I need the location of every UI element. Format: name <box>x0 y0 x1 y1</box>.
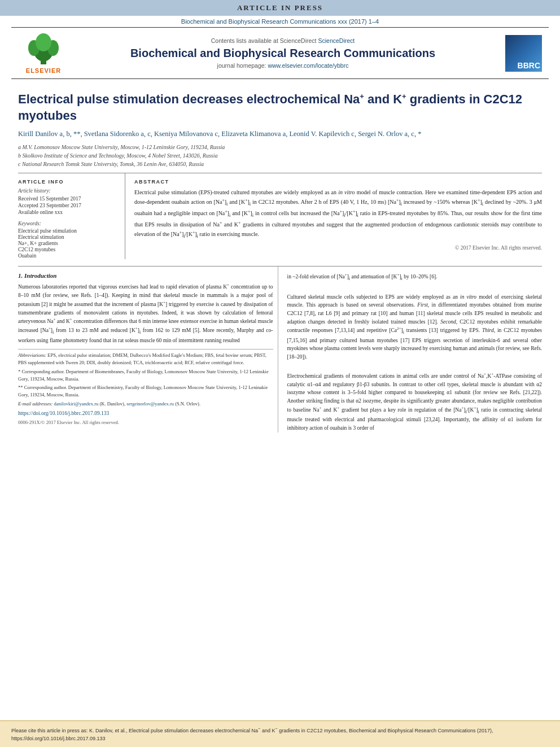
footnotes: Abbreviations: EPS, electrical pulse sti… <box>18 349 273 426</box>
available-date: Available online xxx <box>18 209 119 215</box>
corresponding1-text: * Corresponding author. Department of Bi… <box>18 369 269 382</box>
corresponding2-text: ** Corresponding author. Department of B… <box>18 385 268 397</box>
email2-link[interactable]: sergeinorlov@yandex.ru <box>126 401 174 407</box>
abstract-col: ABSTRACT Electrical pulse stimulation (E… <box>134 173 542 259</box>
intro-para-right2: Cultured skeletal muscle cells subjected… <box>287 293 542 361</box>
homepage-label: journal homepage: <box>217 62 266 69</box>
title-sup1: + <box>360 92 364 101</box>
intro-para1: Numerous laboratories reported that vigo… <box>18 282 273 344</box>
doi-link[interactable]: https://doi.org/10.1016/j.bbrc.2017.09.1… <box>18 410 109 416</box>
elsevier-tree-icon <box>24 32 63 66</box>
affiliation-c: c National Research Tomsk State Universi… <box>18 160 542 168</box>
bbrc-logo-box: BBRC <box>505 35 542 72</box>
email-label: E-mail addresses: <box>18 401 53 407</box>
body-right-col: in ~2-fold elevation of [Na+]i and atten… <box>287 267 542 432</box>
bottom-citation-bar: Please cite this article in press as: K.… <box>0 720 560 747</box>
title-text: Electrical pulse stimulation decreases e… <box>18 92 360 106</box>
history-label: Article history: <box>18 188 119 194</box>
journal-ref-text: Biochemical and Biophysical Research Com… <box>181 18 379 25</box>
bbrc-logo-text: BBRC <box>518 61 540 70</box>
abbrev-footnote: Abbreviations: EPS, electrical pulse sti… <box>18 352 273 366</box>
keyword-3: Na+, K+ gradients <box>18 241 119 246</box>
title-sup2: + <box>402 92 406 101</box>
issn-line: 0006-291X/© 2017 Elsevier Inc. All right… <box>18 419 273 426</box>
body-left-col: 1. Introduction Numerous laboratories re… <box>18 267 278 432</box>
journal-title: Biochemical and Biophysical Research Com… <box>69 46 497 60</box>
keyword-1: Electrical pulse stimulation <box>18 228 119 234</box>
body-content: 1. Introduction Numerous laboratories re… <box>18 266 542 432</box>
email2-name: (S.N. Orlov). <box>175 401 200 407</box>
elsevier-label: ELSEVIER <box>26 67 61 74</box>
abbrev-text: EPS, electrical pulse stimulation; DMEM,… <box>18 352 266 365</box>
keyword-4: C2C12 myotubes <box>18 247 119 252</box>
copyright-line: © 2017 Elsevier Inc. All rights reserved… <box>134 245 542 251</box>
intro-para-right3: Electrochemical gradients of monovalent … <box>287 372 542 433</box>
journal-homepage: journal homepage: www.elsevier.com/locat… <box>69 62 497 69</box>
bbrc-logo: BBRC <box>497 35 542 72</box>
elsevier-logo: ELSEVIER <box>18 32 69 74</box>
affiliations: a M.V. Lomonosov Moscow State University… <box>18 143 542 168</box>
intro-heading: 1. Introduction <box>18 272 273 279</box>
journal-ref-line: Biochemical and Biophysical Research Com… <box>0 16 560 26</box>
corresponding2-footnote: ** Corresponding author. Department of B… <box>18 384 273 399</box>
article-info-label: ARTICLE INFO <box>18 179 119 185</box>
intro-para-right1: in ~2-fold elevation of [Na+]i and atten… <box>287 272 542 282</box>
abstract-text: Electrical pulse stimulation (EPS)-treat… <box>134 188 542 241</box>
keyword-2: Electrical stimulation <box>18 234 119 240</box>
keyword-5: Ouabain <box>18 253 119 259</box>
title-mid: and K <box>364 92 402 106</box>
abstract-label: ABSTRACT <box>134 179 542 185</box>
banner-text: ARTICLE IN PRESS <box>237 3 323 12</box>
journal-center: Contents lists available at ScienceDirec… <box>69 37 497 69</box>
science-direct-text: Contents lists available at ScienceDirec… <box>211 37 317 44</box>
email-footnote: E-mail addresses: danilovkiri@yandex.ru … <box>18 400 273 408</box>
science-direct-line: Contents lists available at ScienceDirec… <box>69 37 497 44</box>
received-date: Received 15 September 2017 <box>18 196 119 202</box>
doi-line: https://doi.org/10.1016/j.bbrc.2017.09.1… <box>18 409 273 417</box>
email1-name: (K. Danilov), <box>99 401 125 407</box>
main-content: Electrical pulse stimulation decreases e… <box>0 79 560 438</box>
journal-header: ELSEVIER Contents lists available at Sci… <box>11 27 549 79</box>
homepage-url: www.elsevier.com/locate/ybbrc <box>268 62 348 69</box>
keywords-label: Keywords: <box>18 221 119 226</box>
article-title: Electrical pulse stimulation decreases e… <box>18 91 542 124</box>
info-abstract-cols: ARTICLE INFO Article history: Received 1… <box>18 173 542 259</box>
authors-text: Kirill Danilov a, b, **, Svetlana Sidore… <box>18 130 421 138</box>
accepted-date: Accepted 23 September 2017 <box>18 203 119 208</box>
citation-text: Please cite this article in press as: K.… <box>11 728 493 741</box>
article-in-press-banner: ARTICLE IN PRESS <box>0 0 560 16</box>
svg-point-4 <box>36 33 51 51</box>
authors: Kirill Danilov a, b, **, Svetlana Sidore… <box>18 128 542 139</box>
abbrev-label: Abbreviations: <box>18 352 46 358</box>
page: ARTICLE IN PRESS Biochemical and Biophys… <box>0 0 560 747</box>
article-info-col: ARTICLE INFO Article history: Received 1… <box>18 173 125 259</box>
affiliation-a: a M.V. Lomonosov Moscow State University… <box>18 143 542 151</box>
email1-link[interactable]: danilovkiri@yandex.ru <box>54 401 98 407</box>
affiliation-b: b Skolkovo Institute of Science and Tech… <box>18 151 542 160</box>
corresponding1-footnote: * Corresponding author. Department of Bi… <box>18 368 273 383</box>
